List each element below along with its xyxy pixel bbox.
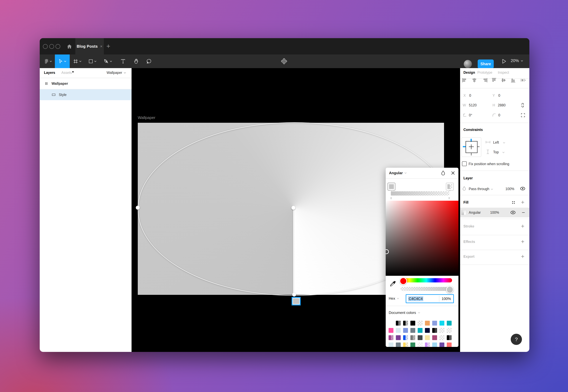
blend-droplet-icon[interactable]	[441, 170, 445, 176]
close-icon[interactable]	[451, 171, 455, 175]
constraint-right-tick[interactable]	[477, 146, 479, 147]
color-swatch[interactable]	[425, 321, 430, 325]
eye-icon[interactable]	[520, 187, 525, 190]
y-value[interactable]: 0	[498, 94, 500, 98]
present-button[interactable]	[500, 55, 509, 68]
alpha-slider[interactable]	[401, 287, 452, 291]
fill-type[interactable]: Angular	[469, 210, 481, 215]
constraints-widget[interactable]	[462, 137, 481, 157]
distribute-icon[interactable]	[521, 78, 526, 83]
text-tool-button[interactable]	[117, 55, 129, 68]
gradient-stop-end[interactable]	[446, 183, 454, 191]
canvas-frame-label[interactable]: Wallpaper	[138, 115, 155, 120]
traffic-light-zoom[interactable]	[56, 44, 60, 49]
color-swatch[interactable]	[418, 335, 422, 340]
x-value[interactable]: 0	[469, 94, 471, 98]
home-icon[interactable]	[67, 44, 72, 49]
new-tab-button[interactable]: +	[106, 42, 110, 50]
color-swatch[interactable]	[396, 321, 401, 325]
gradient-axis-line[interactable]	[293, 208, 294, 294]
color-swatch[interactable]	[403, 342, 408, 347]
align-bottom-icon[interactable]	[510, 78, 516, 83]
color-swatch[interactable]	[432, 321, 437, 325]
gradient-width-handle[interactable]	[136, 206, 140, 210]
align-vertical-center-icon[interactable]	[501, 78, 506, 83]
fill-thumbnail[interactable]	[462, 210, 466, 215]
traffic-light-minimize[interactable]	[49, 44, 54, 49]
color-swatch[interactable]	[447, 328, 452, 333]
color-swatch[interactable]	[439, 328, 444, 333]
color-swatch[interactable]	[439, 342, 444, 347]
avatar[interactable]	[464, 60, 472, 68]
close-tab-icon[interactable]: ×	[100, 44, 103, 48]
hex-value[interactable]: C4C4C4	[408, 296, 423, 301]
traffic-light-close[interactable]	[43, 44, 48, 49]
color-swatch[interactable]	[403, 335, 408, 340]
color-swatch[interactable]	[410, 328, 415, 333]
layer-opacity[interactable]: 100%	[505, 187, 514, 191]
align-horizontal-center-icon[interactable]	[472, 78, 477, 83]
color-swatch[interactable]	[432, 342, 437, 347]
constrain-proportions-icon[interactable]	[520, 103, 525, 108]
main-menu-button[interactable]	[42, 55, 55, 68]
color-swatch[interactable]	[447, 321, 452, 325]
page-selector[interactable]: Wallpaper	[106, 71, 126, 75]
color-swatch[interactable]	[403, 321, 408, 325]
constraint-bottom-tick[interactable]	[471, 153, 471, 155]
align-right-icon[interactable]	[482, 78, 488, 83]
hex-input[interactable]: C4C4C4 100%	[406, 294, 454, 303]
color-swatch[interactable]	[389, 342, 393, 347]
gradient-type-dropdown[interactable]: Angular	[389, 171, 403, 175]
color-swatch[interactable]	[403, 328, 408, 333]
gradient-stop-handle[interactable]	[292, 297, 301, 306]
alpha-thumb[interactable]	[446, 286, 454, 294]
opacity-value[interactable]: 100%	[439, 297, 453, 301]
eyedropper-icon[interactable]	[389, 280, 396, 287]
eye-icon[interactable]	[510, 211, 516, 214]
pen-tool-button[interactable]	[101, 55, 115, 68]
tab-prototype[interactable]: Prototype	[477, 70, 492, 75]
rotation-value[interactable]: 0°	[469, 113, 472, 117]
add-effect-button[interactable]: +	[520, 239, 525, 244]
fill-opacity[interactable]: 100%	[490, 210, 499, 215]
share-button[interactable]: Share	[478, 59, 494, 69]
w-value[interactable]: 5120	[469, 103, 477, 107]
color-swatch[interactable]	[418, 328, 422, 333]
add-stroke-button[interactable]: +	[520, 224, 525, 229]
add-export-button[interactable]: +	[520, 254, 525, 259]
gradient-stops-track[interactable]	[391, 191, 449, 196]
fix-position-checkbox[interactable]	[462, 161, 467, 166]
h-value[interactable]: 2880	[498, 103, 506, 107]
color-swatch[interactable]	[425, 328, 430, 333]
document-colors-dropdown[interactable]: Document colors	[389, 310, 420, 315]
color-swatch[interactable]	[389, 328, 393, 333]
hue-slider[interactable]	[401, 278, 452, 282]
tab-blog-posts[interactable]: Blog Posts ×	[75, 38, 104, 55]
horizontal-constraint-value[interactable]: Left	[493, 140, 499, 144]
color-swatch[interactable]	[396, 342, 401, 347]
help-button[interactable]: ?	[511, 334, 522, 345]
gradient-center-handle[interactable]	[291, 206, 295, 210]
hue-thumb[interactable]	[400, 277, 407, 285]
color-swatch[interactable]	[410, 335, 415, 340]
comment-tool-button[interactable]	[143, 55, 155, 68]
color-swatch[interactable]	[389, 321, 393, 325]
color-swatch[interactable]	[396, 335, 401, 340]
color-swatch[interactable]	[410, 321, 415, 325]
independent-corners-icon[interactable]	[521, 113, 525, 117]
constraint-left-tick[interactable]	[463, 146, 466, 147]
color-swatch[interactable]	[418, 321, 422, 325]
color-swatch[interactable]	[389, 335, 393, 340]
styles-icon[interactable]	[511, 200, 516, 205]
color-swatch[interactable]	[410, 342, 415, 347]
layer-row-style[interactable]: Style	[40, 89, 132, 100]
tab-inspect[interactable]: Inspect	[498, 70, 509, 75]
gradient-stop-start[interactable]	[388, 183, 395, 191]
tab-assets[interactable]: Assets	[61, 71, 74, 75]
color-swatch[interactable]	[447, 342, 452, 347]
shape-tool-button[interactable]	[85, 55, 100, 68]
color-swatch[interactable]	[396, 328, 401, 333]
fill-row[interactable]: Angular 100% −	[460, 208, 529, 217]
saturation-cursor[interactable]	[386, 249, 389, 254]
color-swatch[interactable]	[447, 335, 452, 340]
